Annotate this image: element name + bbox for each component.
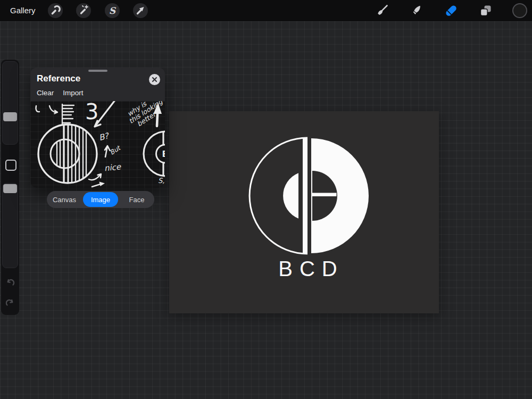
reference-panel: Reference Clear Import xyxy=(30,68,165,188)
transform-button[interactable] xyxy=(133,3,148,18)
sketch-nice: nice xyxy=(104,162,122,173)
layers-button[interactable] xyxy=(478,3,493,18)
procreate-app: Gallery S xyxy=(0,0,532,399)
eraser-tool-button[interactable] xyxy=(444,3,459,18)
layers-icon xyxy=(478,3,493,18)
color-swatch-circle[interactable] xyxy=(512,3,527,18)
sketch-e-block xyxy=(62,104,74,124)
close-button[interactable] xyxy=(149,74,160,85)
sketch-main-circle xyxy=(38,124,97,183)
chalk-sketch: 3 why is this looking better? B? But n xyxy=(30,101,165,188)
actions-button[interactable] xyxy=(48,3,63,18)
sketch-s: S, xyxy=(158,177,164,185)
eraser-icon xyxy=(444,3,459,18)
selection-button[interactable]: S xyxy=(105,3,120,18)
brush-size-slider-handle[interactable] xyxy=(3,112,17,121)
top-toolbar: Gallery S xyxy=(0,0,532,21)
tab-face[interactable]: Face xyxy=(119,191,154,208)
adjustments-button[interactable] xyxy=(76,3,91,18)
smudge-finger-icon xyxy=(409,3,424,18)
modify-button[interactable] xyxy=(5,160,16,171)
reference-image: 3 why is this looking better? B? But n xyxy=(30,101,165,188)
undo-button[interactable] xyxy=(5,277,15,287)
tab-canvas[interactable]: Canvas xyxy=(47,191,82,208)
sketch-letter-b: B xyxy=(162,149,165,159)
brush-size-slider[interactable] xyxy=(2,61,18,145)
panel-drag-handle[interactable] xyxy=(88,70,107,72)
logo-left-arc xyxy=(250,138,307,254)
panel-actions: Clear Import xyxy=(37,89,84,97)
logo-horizontal-stripe xyxy=(311,193,337,197)
sketch-but: But xyxy=(109,144,123,156)
sketch-b-question: B? xyxy=(98,131,111,143)
panel-title: Reference xyxy=(37,73,80,84)
logo-left-bar xyxy=(303,138,307,254)
redo-button[interactable] xyxy=(5,297,15,307)
brush-opacity-slider[interactable] xyxy=(2,183,18,268)
brush-icon xyxy=(375,3,389,18)
tab-image[interactable]: Image xyxy=(83,192,118,207)
wrench-icon xyxy=(48,3,63,18)
selection-s-icon: S xyxy=(105,3,120,18)
brush-sidebar xyxy=(1,60,19,315)
transform-arrow-icon xyxy=(133,3,148,18)
logo-left-inner-disc xyxy=(283,173,298,218)
bcd-logo-artwork xyxy=(169,111,439,313)
magic-wand-icon xyxy=(76,3,91,18)
drawing-canvas[interactable]: BCD xyxy=(169,111,439,313)
import-button[interactable]: Import xyxy=(63,89,83,97)
logo-wordmark: BCD xyxy=(278,257,344,281)
sketch-hatching xyxy=(57,126,86,182)
brush-opacity-slider-handle[interactable] xyxy=(3,184,17,193)
clear-button[interactable]: Clear xyxy=(37,89,54,97)
paint-tool-button[interactable] xyxy=(375,3,389,18)
svg-text:S: S xyxy=(109,5,117,16)
close-icon xyxy=(149,74,160,85)
reference-source-tabs: Canvas Image Face xyxy=(47,191,154,208)
smudge-tool-button[interactable] xyxy=(409,3,424,18)
gallery-button[interactable]: Gallery xyxy=(10,0,36,21)
